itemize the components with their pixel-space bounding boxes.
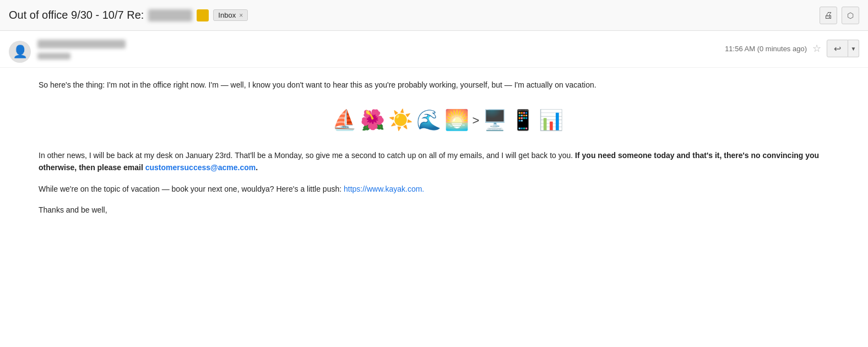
emoji-chart: 📊 [539,104,563,136]
reply-button[interactable]: ↩ [827,40,848,57]
sender-to-blurred [37,53,70,59]
sender-info [37,40,725,61]
reply-actions: ↩ ▼ [827,40,859,57]
email-body: 👤 11:56 AM (0 minutes ago) ☆ ↩ ▼ [0,31,868,236]
reply-icon: ↩ [834,44,841,54]
emoji-sunset: 🌅 [444,104,469,136]
inbox-tag-label: Inbox [218,11,236,19]
star-button[interactable]: ☆ [812,42,821,55]
emoji-wave: 🌊 [416,104,441,136]
kayak-link[interactable]: https://www.kayak.com. [344,185,424,193]
paragraph-4: Thanks and be well, [39,204,857,216]
reply-dropdown-button[interactable]: ▼ [848,40,859,57]
email-header: Out of office 9/30 - 10/7 Re: Inbox × 🖨 … [0,0,868,31]
print-icon: 🖨 [824,10,833,20]
popout-button[interactable]: ⬡ [842,7,859,24]
emoji-computer: 🖥️ [482,104,507,136]
email-timestamp: 11:56 AM (0 minutes ago) [725,45,807,53]
arrow-symbol: > [473,111,480,130]
print-button[interactable]: 🖨 [820,7,837,24]
emoji-row: ⛵ 🌺 ☀️ 🌊 🌅 > 🖥️ 📱 📊 [39,104,857,136]
sender-name-block [37,40,725,48]
sender-name-blurred [37,40,126,48]
paragraph-1: So here's the thing: I'm not in the offi… [39,79,857,91]
subject-blurred-name [148,9,192,21]
paragraph-3: While we're on the topic of vacation — b… [39,183,857,195]
contact-email-link[interactable]: customersuccess@acme.com [145,163,256,172]
inbox-tag-close-button[interactable]: × [239,12,243,19]
paragraph-2-normal: In other news, I will be back at my desk… [39,151,575,160]
emoji-phone: 📱 [511,104,535,136]
sender-avatar: 👤 [9,41,31,63]
emoji-sun: ☀️ [388,104,413,136]
avatar-area: 👤 [9,41,31,63]
subject-text: Out of office 9/30 - 10/7 Re: [9,9,144,21]
paragraph-3-prefix: While we're on the topic of vacation — b… [39,185,344,193]
emoji-flower: 🌺 [360,104,385,136]
email-subject: Out of office 9/30 - 10/7 Re: Inbox × [9,9,820,21]
inbox-tag[interactable]: Inbox × [213,9,248,21]
paragraph-2: In other news, I will be back at my desk… [39,149,857,174]
avatar-icon: 👤 [13,45,28,59]
sender-row: 👤 11:56 AM (0 minutes ago) ☆ ↩ ▼ [0,31,868,68]
chevron-down-icon: ▼ [851,46,856,52]
subject-blurred-icon [197,9,209,21]
sender-meta: 11:56 AM (0 minutes ago) ☆ ↩ ▼ [725,40,859,57]
message-content: So here's the thing: I'm not in the offi… [0,68,868,236]
popout-icon: ⬡ [847,11,854,20]
emoji-sailboat: ⛵ [332,104,357,136]
header-actions: 🖨 ⬡ [820,7,859,24]
